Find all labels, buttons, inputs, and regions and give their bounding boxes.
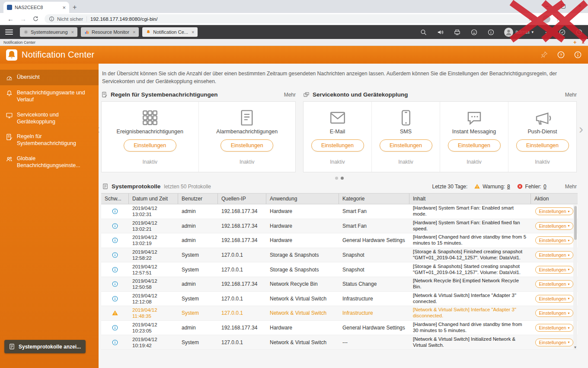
column-header-1[interactable]: Datum und Zeit: [129, 194, 178, 204]
address-bar[interactable]: Nicht sicher 192.168.177.149:8080/cgi-bi…: [45, 14, 537, 23]
carousel-next-icon[interactable]: ›: [579, 123, 583, 136]
row-settings-button[interactable]: Einstellungen▾: [535, 324, 573, 332]
row-settings-button[interactable]: Einstellungen▾: [535, 295, 573, 303]
tab-close-icon[interactable]: ×: [133, 29, 135, 35]
log-source-ip: 192.168.177.34: [218, 281, 266, 287]
status-label: Inaktiv: [535, 159, 550, 165]
row-settings-button[interactable]: Einstellungen▾: [535, 339, 573, 346]
row-settings-button[interactable]: Einstellungen▾: [535, 207, 573, 215]
external-device-icon[interactable]: [454, 29, 461, 36]
settings-button[interactable]: Einstellungen: [220, 139, 273, 152]
show-system-logs-button[interactable]: Systemprotokolle anzei...: [4, 340, 86, 353]
help-icon[interactable]: ?: [557, 51, 565, 59]
scrollbar-thumb[interactable]: [574, 206, 577, 240]
chevron-down-icon: ▾: [568, 268, 570, 271]
search-icon[interactable]: [420, 29, 427, 36]
log-category: Smart Fan: [339, 223, 409, 229]
close-window-button[interactable]: ×: [572, 0, 588, 13]
qnap-tab-1[interactable]: Resource Monitor×: [81, 27, 139, 37]
settings-button[interactable]: Einstellungen: [380, 139, 432, 152]
site-info-icon[interactable]: [49, 16, 54, 22]
reload-icon[interactable]: [32, 16, 39, 22]
error-count-link[interactable]: 0: [543, 184, 546, 190]
logs-more-link[interactable]: Mehr: [565, 184, 577, 190]
queue-icon: [6, 90, 13, 97]
info-icon: [112, 339, 118, 346]
chevron-down-icon: ▾: [568, 239, 570, 242]
notifications-info-icon[interactable]: [487, 29, 495, 36]
window-add-icon[interactable]: +: [573, 39, 577, 45]
log-source-ip: 192.168.177.34: [218, 223, 266, 229]
browser-profile-avatar[interactable]: [543, 15, 550, 23]
more-options-icon[interactable]: ⋮: [543, 29, 549, 36]
row-settings-button[interactable]: Einstellungen▾: [535, 236, 573, 244]
volume-icon[interactable]: [437, 29, 444, 36]
sidebar-item-4[interactable]: Globale Benachrichtigungseinste...: [0, 151, 99, 173]
settings-button[interactable]: Einstellungen: [516, 139, 569, 152]
forward-icon[interactable]: →: [20, 15, 26, 23]
avatar: [504, 28, 513, 37]
column-header-2[interactable]: Benutzer: [178, 194, 218, 204]
sidebar-item-1[interactable]: Benachrichtigungswarte und Verlauf: [0, 85, 99, 107]
carousel-dot-active[interactable]: [341, 177, 344, 180]
presence-icon[interactable]: [470, 29, 478, 36]
tab-close-icon[interactable]: ×: [71, 29, 74, 35]
column-header-4[interactable]: Anwendung: [266, 194, 339, 204]
maximize-button[interactable]: ▢: [555, 0, 572, 13]
column-header-0[interactable]: Schw...: [101, 194, 129, 204]
tab-close-icon[interactable]: ×: [62, 4, 66, 11]
row-settings-button[interactable]: Einstellungen▾: [535, 309, 573, 317]
pin-icon[interactable]: [540, 51, 548, 59]
column-header-7[interactable]: Aktion: [531, 194, 578, 204]
background-tasks-icon[interactable]: [559, 29, 566, 36]
qnap-tab-0[interactable]: Systemsteuerung×: [20, 27, 77, 37]
column-header-3[interactable]: Quellen-IP: [218, 194, 266, 204]
warning-count-link[interactable]: 8: [507, 184, 510, 190]
settings-button[interactable]: Einstellungen: [124, 139, 176, 152]
new-tab-button[interactable]: +: [73, 3, 77, 11]
back-icon[interactable]: ←: [7, 15, 14, 23]
log-source-ip: 192.168.177.34: [218, 237, 266, 244]
qnap-tab-2[interactable]: Notification Ce...×: [142, 27, 198, 37]
user-menu[interactable]: admin ▾: [504, 28, 534, 37]
log-datetime: 2019/04/1212:57:51: [129, 263, 178, 276]
browser-tab[interactable]: NAS2CEEC8 ×: [3, 2, 69, 13]
window-close-icon[interactable]: ×: [582, 40, 585, 45]
log-source-ip: 127.0.0.1: [218, 252, 266, 258]
row-settings-button[interactable]: Einstellungen▾: [535, 251, 573, 259]
app-window-titlebar: Notification Center + ×: [0, 39, 588, 46]
row-settings-button[interactable]: Einstellungen▾: [535, 280, 573, 288]
carousel-prev-icon[interactable]: ‹: [99, 123, 100, 136]
card-label: Push-Dienst: [527, 129, 557, 135]
settings-button[interactable]: Einstellungen: [448, 139, 501, 152]
sidebar-item-2[interactable]: Servicekonto und Gerätekopplung: [0, 107, 99, 129]
row-settings-label: Einstellungen: [539, 340, 566, 345]
minimize-button[interactable]: –: [539, 0, 555, 13]
service-more-link[interactable]: Mehr: [565, 92, 577, 98]
status-label: Inaktiv: [240, 159, 255, 165]
tab-close-icon[interactable]: ×: [192, 29, 194, 35]
browser-menu-icon[interactable]: ⋮: [555, 16, 560, 22]
table-scrollbar[interactable]: ▼: [573, 205, 577, 349]
column-header-5[interactable]: Kategorie: [339, 194, 409, 204]
settings-button[interactable]: Einstellungen: [311, 139, 364, 152]
log-application: Hardware: [266, 324, 339, 331]
column-header-6[interactable]: Inhalt: [409, 194, 531, 204]
bookmark-star-icon[interactable]: ☆: [528, 16, 533, 22]
controlpanel-icon: [23, 29, 29, 35]
clock-icon[interactable]: [575, 29, 583, 36]
sms-icon: [397, 109, 415, 127]
carousel-dot[interactable]: [335, 177, 338, 180]
info-icon[interactable]: [574, 51, 582, 59]
chevron-down-icon: ▾: [568, 311, 570, 315]
log-table-header: Schw...Datum und ZeitBenutzerQuellen-IPA…: [101, 193, 578, 204]
sidebar-item-3[interactable]: Regeln für Systembenachrichtigung: [0, 129, 99, 151]
main-menu-icon[interactable]: [5, 29, 13, 35]
service-section: Servicekonto und Gerätekopplung Mehr E-M…: [303, 91, 577, 172]
row-settings-button[interactable]: Einstellungen▾: [535, 266, 573, 274]
sidebar-item-0[interactable]: Übersicht: [0, 70, 99, 85]
row-settings-button[interactable]: Einstellungen▾: [535, 222, 573, 230]
status-label: Inaktiv: [398, 159, 413, 165]
scroll-down-icon[interactable]: ▼: [573, 345, 577, 349]
rules-more-link[interactable]: Mehr: [284, 92, 296, 98]
